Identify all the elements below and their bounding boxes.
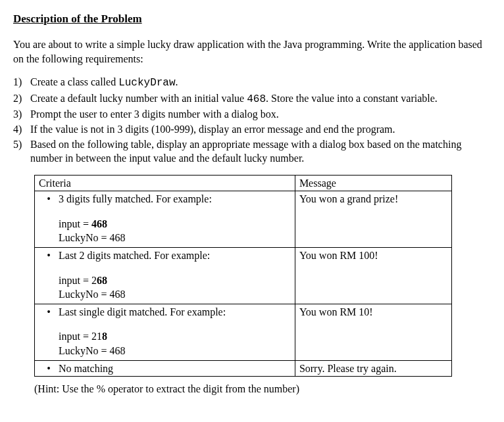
bullet-icon: • bbox=[39, 305, 59, 319]
message-cell: You won RM 10! bbox=[295, 304, 451, 360]
requirement-item: 1) Create a class called LuckyDraw. bbox=[13, 75, 491, 91]
table-row: • No matching Sorry. Please try again. bbox=[35, 360, 452, 377]
requirement-text: Create a default lucky number with an in… bbox=[30, 91, 491, 107]
requirement-item: 4) If the value is not in 3 digits (100-… bbox=[13, 122, 491, 137]
criteria-text: Last 2 digits matched. For example: bbox=[59, 248, 291, 263]
bullet-icon: • bbox=[39, 362, 59, 376]
header-message: Message bbox=[295, 175, 451, 191]
table-row: • Last 2 digits matched. For example: in… bbox=[35, 248, 452, 304]
criteria-table: Criteria Message • 3 digits fully matche… bbox=[34, 175, 452, 377]
requirement-item: 3) Prompt the user to enter 3 digits num… bbox=[13, 107, 491, 122]
table-row: • Last single digit matched. For example… bbox=[35, 304, 452, 360]
bullet-icon: • bbox=[39, 192, 59, 206]
criteria-text: No matching bbox=[59, 362, 291, 376]
requirement-number: 2) bbox=[13, 91, 30, 106]
requirement-number: 1) bbox=[13, 75, 30, 89]
example-block: input = 468 LuckyNo = 468 bbox=[59, 217, 291, 245]
requirements-list: 1) Create a class called LuckyDraw. 2) C… bbox=[13, 75, 491, 166]
requirement-number: 5) bbox=[13, 137, 30, 152]
requirement-text: If the value is not in 3 digits (100-999… bbox=[30, 122, 491, 137]
message-cell: You won a grand prize! bbox=[295, 191, 451, 248]
example-block: input = 218 LuckyNo = 468 bbox=[59, 329, 291, 358]
requirement-text: Prompt the user to enter 3 digits number… bbox=[30, 107, 491, 122]
requirement-item: 5) Based on the following table, display… bbox=[13, 137, 491, 166]
message-cell: You won RM 100! bbox=[295, 248, 451, 304]
hint-text: (Hint: Use the % operator to extract the… bbox=[34, 382, 491, 396]
criteria-cell: • Last single digit matched. For example… bbox=[35, 304, 295, 360]
criteria-text: 3 digits fully matched. For example: bbox=[59, 192, 291, 206]
table-row: • 3 digits fully matched. For example: i… bbox=[35, 191, 452, 248]
message-cell: Sorry. Please try again. bbox=[295, 360, 451, 377]
example-block: input = 268 LuckyNo = 468 bbox=[59, 273, 291, 302]
criteria-cell: • Last 2 digits matched. For example: in… bbox=[35, 248, 295, 304]
document-title: Description of the Problem bbox=[13, 12, 491, 27]
criteria-cell: • 3 digits fully matched. For example: i… bbox=[35, 191, 295, 248]
table-header-row: Criteria Message bbox=[35, 175, 452, 191]
requirement-text: Create a class called LuckyDraw. bbox=[30, 75, 491, 91]
intro-paragraph: You are about to write a simple lucky dr… bbox=[13, 37, 491, 66]
bullet-icon: • bbox=[39, 248, 59, 263]
requirement-item: 2) Create a default lucky number with an… bbox=[13, 91, 491, 107]
requirement-number: 4) bbox=[13, 122, 30, 137]
criteria-text: Last single digit matched. For example: bbox=[59, 305, 291, 319]
criteria-cell: • No matching bbox=[35, 360, 295, 377]
requirement-number: 3) bbox=[13, 107, 30, 122]
requirement-text: Based on the following table, display an… bbox=[30, 137, 491, 166]
header-criteria: Criteria bbox=[35, 175, 295, 191]
